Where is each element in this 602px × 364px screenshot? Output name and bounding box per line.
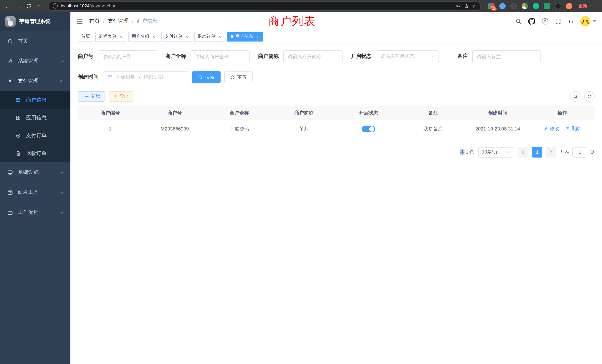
sidebar-item-merchant-info[interactable]: 商户信息 xyxy=(0,91,70,109)
browser-profile-avatar[interactable] xyxy=(566,3,572,9)
sidebar-item-refund-orders[interactable]: 退款订单 xyxy=(0,145,70,162)
browser-extensions: 10 xyxy=(488,3,572,9)
extension-badge: 10 xyxy=(491,7,497,11)
cell-status xyxy=(336,120,401,138)
status-select[interactable]: 请选择开启状态 xyxy=(376,50,439,62)
next-page-button[interactable] xyxy=(546,147,556,157)
reset-button[interactable]: 重置 xyxy=(224,71,253,83)
browser-back-icon[interactable]: ← xyxy=(4,2,12,10)
sidebar-item-label: 支付管理 xyxy=(18,78,39,85)
extension-apps-icon[interactable]: 10 xyxy=(488,3,494,9)
extension-icon[interactable] xyxy=(499,3,506,9)
add-button[interactable]: 新增 xyxy=(78,91,105,102)
tab-label: 用户分组 xyxy=(132,33,149,40)
current-page-button[interactable]: 1 xyxy=(532,147,542,157)
sidebar-item-label: 商户信息 xyxy=(26,97,47,103)
font-size-icon[interactable]: TT xyxy=(568,18,573,24)
date-separator: - xyxy=(139,74,140,80)
plus-icon xyxy=(85,94,89,98)
sidebar-item-workflow[interactable]: 工作流程 xyxy=(0,202,70,222)
grid-icon xyxy=(15,115,22,120)
tab-user-group[interactable]: 用户分组 × xyxy=(128,32,159,41)
browser-home-icon[interactable]: ⌂ xyxy=(35,2,43,10)
help-icon[interactable]: ? xyxy=(542,18,548,24)
tab-process-form[interactable]: 流程表单 × xyxy=(95,32,126,41)
edit-link[interactable]: 修改 xyxy=(544,126,559,132)
extension-icon[interactable] xyxy=(533,3,539,9)
merchant-no-input[interactable] xyxy=(98,50,157,62)
breadcrumb-item-payment[interactable]: 支付管理 xyxy=(108,18,129,24)
close-icon[interactable]: × xyxy=(217,34,222,39)
close-icon[interactable]: × xyxy=(255,34,260,39)
goto-page: 前往 页 xyxy=(560,147,595,157)
bookmark-star-icon[interactable]: ☆ xyxy=(472,3,476,9)
short-name-input[interactable] xyxy=(283,50,343,62)
chrome-update-button[interactable]: 更新 xyxy=(578,3,587,9)
sidebar-item-label: 支付订单 xyxy=(26,132,47,139)
sidebar-item-home[interactable]: 首页 xyxy=(0,31,70,51)
extension-icon[interactable] xyxy=(544,3,550,9)
close-icon[interactable]: × xyxy=(151,34,156,39)
breadcrumb-item-home[interactable]: 首页 xyxy=(89,18,100,24)
close-icon[interactable]: × xyxy=(184,34,189,39)
tab-label: 首页 xyxy=(81,33,90,40)
prev-page-button[interactable] xyxy=(518,147,528,157)
sidebar-item-payment[interactable]: ¥ 支付管理 xyxy=(0,71,70,91)
tab-refund-orders[interactable]: 退款订单 × xyxy=(194,32,225,41)
full-name-input[interactable] xyxy=(191,50,250,62)
fullscreen-icon[interactable] xyxy=(555,18,561,24)
remark-input[interactable] xyxy=(472,50,541,62)
refresh-table-button[interactable] xyxy=(584,91,595,102)
delete-link[interactable]: 删除 xyxy=(566,126,581,132)
screenshot-root: ← → ⌂ i localhost:1024/pay/merchant ☆ 10 xyxy=(0,0,602,364)
search-button[interactable]: 搜索 xyxy=(192,71,221,83)
tab-home[interactable]: 首页 xyxy=(78,32,93,41)
yen-icon: ¥ xyxy=(7,78,13,84)
tab-merchant-info[interactable]: 商户信息 × xyxy=(227,32,263,41)
browser-menu-icon[interactable]: ⋮ xyxy=(592,3,598,9)
url-path: /pay/merchant xyxy=(89,3,118,9)
date-start-placeholder: 开始日期 xyxy=(116,74,135,80)
extension-icon[interactable] xyxy=(510,3,517,9)
close-icon[interactable]: × xyxy=(118,34,123,39)
share-icon[interactable] xyxy=(464,3,469,9)
field-label: 开启状态 xyxy=(351,53,371,60)
field-remark: 备注 xyxy=(457,50,541,62)
page-size-select[interactable]: 10条/页 xyxy=(478,147,514,157)
browser-refresh-icon[interactable] xyxy=(24,2,33,10)
site-info-icon[interactable]: i xyxy=(53,3,58,9)
edit-link-label: 修改 xyxy=(550,126,559,132)
coin-icon xyxy=(15,133,22,138)
browser-forward-icon[interactable]: → xyxy=(14,2,22,10)
merchant-card-icon xyxy=(15,97,22,103)
password-key-icon[interactable] xyxy=(456,3,461,9)
tab-pay-orders[interactable]: 支付订单 × xyxy=(161,32,192,41)
extension-icon[interactable] xyxy=(555,3,561,9)
date-range-picker[interactable]: 开始日期 - 结束日期 xyxy=(103,71,188,83)
sidebar-item-pay-orders[interactable]: 支付订单 xyxy=(0,127,70,145)
sidebar-item-system[interactable]: 系统管理 xyxy=(0,51,70,71)
header-actions: ? TT xyxy=(515,16,596,26)
extension-icon[interactable] xyxy=(522,3,528,9)
goto-page-input[interactable] xyxy=(572,147,587,157)
search-icon[interactable] xyxy=(515,18,521,24)
user-menu[interactable] xyxy=(580,16,596,26)
sidebar-item-dev-tools[interactable]: 研发工具 xyxy=(0,182,70,202)
download-icon xyxy=(113,94,118,98)
add-button-label: 新增 xyxy=(91,93,100,99)
status-toggle[interactable] xyxy=(362,126,375,132)
document-icon xyxy=(15,151,22,156)
toggle-search-button[interactable] xyxy=(570,91,580,102)
chevron-down-icon xyxy=(431,54,435,58)
column-header: 商户编号 xyxy=(78,106,142,120)
user-avatar[interactable] xyxy=(580,16,591,26)
github-icon[interactable] xyxy=(528,18,535,25)
sidebar-collapse-icon[interactable] xyxy=(76,18,83,25)
search-icon xyxy=(198,75,203,79)
sidebar-item-infrastructure[interactable]: 基础设施 xyxy=(0,162,70,182)
url-bar[interactable]: i localhost:1024/pay/merchant ☆ xyxy=(48,1,481,11)
table-header-row: 商户编号 商户号 商户全称 商户简称 开启状态 备注 创建时间 操作 xyxy=(78,106,595,120)
export-button[interactable]: 导出 xyxy=(109,91,133,102)
sidebar-item-app-info[interactable]: 应用信息 xyxy=(0,109,70,127)
app-logo-area[interactable]: 芋道管理系统 xyxy=(0,12,70,31)
